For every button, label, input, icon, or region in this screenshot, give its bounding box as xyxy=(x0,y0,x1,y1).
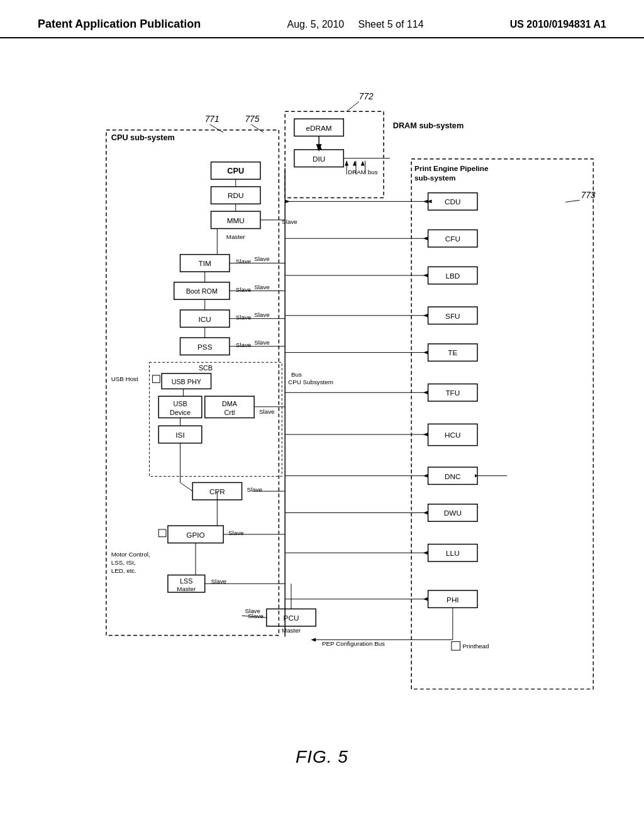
phi-pcu-arrow xyxy=(311,638,316,642)
sfu-arrow xyxy=(423,314,428,318)
gpio-label: GPIO xyxy=(186,531,204,539)
slave-cpr: Slave xyxy=(247,486,262,493)
page: Patent Application Publication Aug. 5, 2… xyxy=(0,0,644,830)
slave-pss: Slave xyxy=(236,341,252,348)
isi-label: ISI xyxy=(175,431,184,439)
tfu-arrow xyxy=(423,390,428,394)
slave-bootrom: Slave xyxy=(236,286,252,293)
sheet-number: Sheet 5 of 114 xyxy=(358,19,423,30)
bus-cdu-right-arrow xyxy=(285,199,290,203)
te-arrow xyxy=(423,351,428,355)
tim-label: TIM xyxy=(199,259,211,267)
slave-tim: Slave xyxy=(236,258,252,265)
slave-lss-line: Slave xyxy=(245,607,260,614)
printhead-icon xyxy=(452,641,460,650)
motor-label-3: LED, etc. xyxy=(111,567,136,574)
slave-bootrom-label: Slave xyxy=(254,284,270,290)
svg-line-3 xyxy=(565,200,580,202)
slave-pss-label: Slave xyxy=(254,339,270,346)
lss-label-1: LSS xyxy=(180,577,192,585)
phi-arrow xyxy=(423,597,428,601)
svg-line-1 xyxy=(210,124,224,133)
te-label: TE xyxy=(448,348,457,357)
pep-config-label: PEP Configuration Bus xyxy=(322,640,385,647)
phi-label: PHI xyxy=(447,595,459,604)
diagram-svg: 772 771 775 CPU sub-system DRAM sub-syst… xyxy=(38,88,606,717)
ref-773: 773 xyxy=(581,191,596,200)
ref-772: 772 xyxy=(359,92,374,101)
patent-number: US 2010/0194831 A1 xyxy=(510,19,606,30)
ref-771: 771 xyxy=(205,114,219,124)
usb-host-icon xyxy=(152,375,160,383)
cdu-label: CDU xyxy=(445,197,460,206)
printhead-label: Printhead xyxy=(463,643,489,650)
dma-label-2: Crtl xyxy=(225,409,235,416)
tfu-label: TFU xyxy=(445,389,460,397)
lbd-arrow xyxy=(423,274,428,277)
dma-label-1: DMA xyxy=(222,400,238,407)
dram-bus-label: DRAM bus xyxy=(348,169,377,175)
lss-label-2: Master xyxy=(177,585,196,592)
usbdevice-label-1: USB xyxy=(173,400,187,407)
diu-bus-arrow3 xyxy=(361,161,365,166)
figure-label: FIG. 5 xyxy=(296,747,348,767)
motor-label-1: Motor Control, xyxy=(111,551,150,558)
usbdevice-label-2: Device xyxy=(170,409,191,416)
slave-label-mmu: Slave xyxy=(282,218,297,225)
icu-label: ICU xyxy=(199,315,211,323)
usbphy-label: USB PHY xyxy=(172,378,201,385)
slave-icu-label: Slave xyxy=(254,311,270,318)
page-header: Patent Application Publication Aug. 5, 2… xyxy=(0,0,644,38)
dnc-label: DNC xyxy=(445,472,461,480)
master-label-1: Master xyxy=(226,233,246,240)
cfu-label: CFU xyxy=(445,235,460,243)
motor-label-2: LSS, ISI, xyxy=(111,559,136,566)
cpu-subsystem-label: CPU sub-system xyxy=(111,133,175,142)
edram-label: eDRAM xyxy=(306,124,332,132)
cpu-label: CPU xyxy=(227,166,244,175)
diu-bus-arrow1 xyxy=(345,161,348,166)
rdu-label: RDU xyxy=(228,191,243,199)
llu-label: LLU xyxy=(446,549,460,557)
dram-subsystem-box xyxy=(285,111,384,197)
hcu-label: HCU xyxy=(445,431,460,439)
diagram-area: 772 771 775 CPU sub-system DRAM sub-syst… xyxy=(38,88,606,717)
lbd-label: LBD xyxy=(445,272,460,280)
bootrom-label: Boot ROM xyxy=(186,287,218,295)
dwu-arrow xyxy=(423,511,428,515)
edram-diu-arrowhead xyxy=(317,145,322,150)
cdu-arrow xyxy=(423,199,428,203)
hcu-arrow xyxy=(423,433,428,436)
dram-subsystem-label: DRAM sub-system xyxy=(393,121,464,130)
cfu-arrow xyxy=(423,236,428,240)
sheet-info: Aug. 5, 2010 Sheet 5 of 114 xyxy=(287,19,423,30)
usb-host-label: USB Host xyxy=(111,375,138,382)
bus-cpu-label-1: Bus xyxy=(291,371,302,378)
scb-label: SCB xyxy=(199,364,213,372)
isi-cpr-diag xyxy=(180,482,193,491)
sfu-label: SFU xyxy=(445,312,460,320)
gpio-icon xyxy=(158,529,166,537)
pcu-label: PCU xyxy=(284,614,299,622)
pub-date: Aug. 5, 2010 xyxy=(287,19,344,30)
bus-cpu-label-2: CPU Subsystem xyxy=(288,379,333,385)
diu-label: DIU xyxy=(313,155,325,163)
pep-label-1: Print Engine Pipeline xyxy=(414,164,489,172)
mmu-label: MMU xyxy=(227,216,245,224)
pss-label: PSS xyxy=(197,343,213,351)
slave-dma: Slave xyxy=(259,408,275,415)
slave-tim-label: Slave xyxy=(254,255,270,262)
pep-label-2: sub-system xyxy=(414,174,455,182)
dwu-label: DWU xyxy=(444,509,462,517)
ref-775: 775 xyxy=(245,114,259,124)
patent-publication-label: Patent Application Publication xyxy=(38,18,201,31)
dnc-arrow xyxy=(423,474,428,478)
slave-icu: Slave xyxy=(236,314,252,321)
llu-arrow xyxy=(423,551,428,555)
svg-line-2 xyxy=(251,124,264,133)
slave-gpio: Slave xyxy=(228,529,244,536)
svg-line-0 xyxy=(347,102,359,112)
scb-box xyxy=(149,362,282,476)
